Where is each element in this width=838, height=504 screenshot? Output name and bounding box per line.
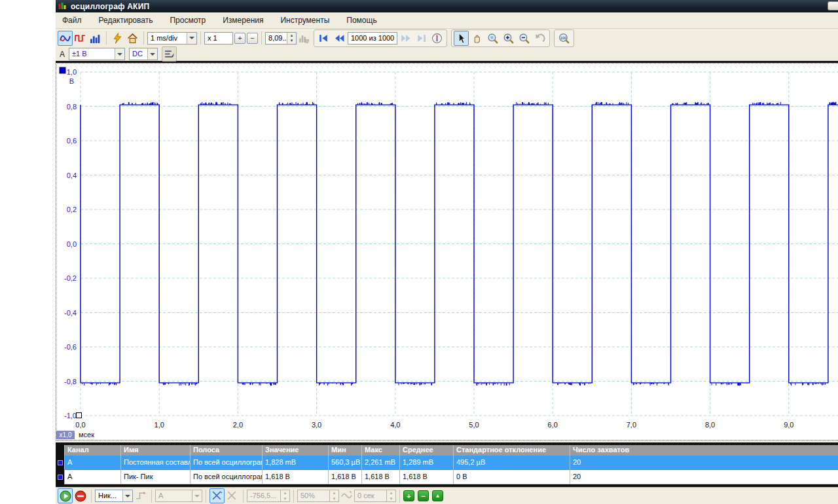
table-cell: По всей осциллограмме [190, 456, 262, 470]
chevron-down-icon[interactable] [122, 490, 132, 501]
zoom-in-button[interactable] [501, 31, 516, 46]
select-tool-button[interactable] [454, 31, 469, 46]
table-header-row: КаналИмяПолосаЗначениеМинМаксСреднееСтан… [56, 445, 838, 456]
chevron-down-icon[interactable] [187, 33, 196, 44]
main-toolbar: 1 ms/div x 1 + − 8,09... ▲▼ [56, 29, 838, 47]
column-header[interactable]: Канал [64, 445, 120, 456]
table-row[interactable]: AПик- ПикПо всей осциллограмме1,618 В1,6… [56, 470, 838, 484]
table-cell: Пик- Пик [120, 470, 190, 484]
window-control-partial[interactable] [828, 1, 838, 10]
svg-text:100: 100 [560, 35, 566, 39]
row-channel-marker [56, 470, 64, 484]
toolbar-separator [200, 31, 201, 45]
auto-setup-button[interactable] [110, 31, 125, 46]
zoom-out-button[interactable] [517, 31, 532, 46]
stop-button[interactable] [73, 488, 88, 503]
y-tick-label: 0,8 [67, 103, 77, 111]
zoom-100-button[interactable]: 100 [556, 31, 572, 46]
channel-range-value: ±1 В [69, 48, 115, 60]
undo-icon [534, 33, 545, 44]
rewind-icon [334, 33, 345, 44]
toolbar-separator [293, 490, 294, 503]
spinner-arrows[interactable]: ▲▼ [287, 33, 296, 44]
title-bar: осциллограф АКИП [56, 0, 838, 12]
play-icon [60, 490, 71, 502]
cursor-measure-button[interactable] [210, 488, 225, 503]
view-spectrum-button[interactable] [88, 31, 103, 46]
toolbar-separator [91, 490, 92, 503]
menu-item-6[interactable]: Помощь [346, 16, 376, 25]
fast-forward-icon [400, 33, 411, 44]
x-axis-unit: мсек [79, 431, 94, 439]
column-header[interactable]: Полоса [190, 445, 262, 456]
channel-options-button[interactable] [162, 46, 177, 62]
vertical-offset-spinner[interactable]: 8,09... ▲▼ [265, 32, 297, 45]
y-axis-unit: B [69, 77, 74, 85]
status-offset-spinner-disabled: -756,5... ▲▼ [247, 490, 290, 502]
channel-bar: A ±1 В DC [56, 47, 838, 61]
channel-a-indicator[interactable] [60, 67, 65, 73]
record-position-field[interactable]: 1000 из 1000 [348, 32, 397, 45]
expand-panel-button[interactable]: ▲ [432, 490, 443, 501]
toolbar-separator [206, 490, 206, 503]
go-first-button[interactable] [316, 31, 331, 46]
column-header[interactable]: Число захватов [570, 445, 838, 456]
scale-decrease-button[interactable]: − [247, 33, 258, 44]
column-header[interactable]: Мин [328, 445, 361, 456]
chevron-down-icon[interactable] [147, 48, 157, 60]
channel-range-combo[interactable]: ±1 В [69, 48, 125, 60]
table-cell: 20 [570, 456, 838, 470]
menu-item-2[interactable]: Редактировать [99, 16, 153, 25]
coupling-combo[interactable]: DC [129, 48, 158, 60]
step-forward-button-disabled [398, 31, 413, 46]
table-cell: 1,618 В [262, 470, 328, 484]
x-tick-label: 4,0 [390, 421, 400, 429]
pan-tool-button[interactable] [469, 31, 484, 46]
zoom-reset-group: 100 [554, 29, 574, 47]
menu-item-3[interactable]: Просмотр [170, 16, 206, 25]
home-view-button[interactable] [125, 31, 140, 46]
timebase-combo[interactable]: 1 ms/div [147, 32, 197, 45]
remove-measurement-button[interactable]: − [418, 490, 429, 501]
y-tick-label: 1,0 [67, 68, 77, 76]
table-row[interactable]: AПостоянная составляющаяПо всей осциллог… [56, 456, 838, 470]
table-cell: 1,618 В [399, 470, 453, 484]
skip-to-end-icon [416, 33, 427, 44]
column-header[interactable]: Макс [361, 445, 399, 456]
toolbar-separator [243, 490, 244, 503]
x-tick-label: 0,0 [75, 421, 85, 429]
column-header[interactable]: Имя [120, 445, 190, 456]
step-signal-icon [135, 490, 146, 501]
chevron-down-icon[interactable] [115, 48, 124, 60]
oscillogram[interactable]: 1,00,80,60,40,20,0-0,2-0,4-0,6-0,8-1,0B0… [56, 63, 838, 441]
scale-increase-button[interactable]: + [234, 33, 246, 44]
axis-origin-handle[interactable] [77, 413, 82, 418]
scale-field[interactable]: x 1 [204, 32, 233, 45]
column-header[interactable]: Среднее [399, 445, 453, 456]
toolbar-separator [151, 490, 152, 503]
zoom-region-button[interactable] [485, 31, 500, 46]
column-header[interactable]: Стандартное отклонение [453, 445, 570, 456]
column-header[interactable]: Значение [262, 445, 328, 456]
spinner-arrows: ▲▼ [280, 490, 289, 501]
generator-mode-combo[interactable]: Ник... [95, 490, 133, 502]
histogram-pick-button-disabled [297, 31, 312, 46]
start-button[interactable] [58, 488, 73, 503]
menu-item-5[interactable]: Инструменты [280, 16, 329, 25]
view-digital-button[interactable] [73, 31, 88, 46]
x-tick-label: 3,0 [312, 421, 321, 429]
timebase-value: 1 ms/div [148, 33, 187, 44]
view-analog-button[interactable] [58, 31, 73, 46]
wave-arrow-icon [341, 490, 352, 501]
add-measurement-button[interactable]: + [403, 490, 414, 501]
step-back-button[interactable] [332, 31, 347, 46]
playback-speed-button[interactable] [429, 31, 445, 46]
oscillogram-svg[interactable]: 1,00,80,60,40,20,0-0,2-0,4-0,6-0,8-1,0B0… [56, 63, 838, 440]
menu-item-4[interactable]: Измерения [223, 16, 263, 25]
histogram-hand-icon [299, 33, 310, 44]
histogram-icon [90, 33, 101, 44]
x-tick-label: 1,0 [155, 421, 164, 429]
x-tick-label: 9,0 [784, 421, 793, 429]
channel-settings-icon [164, 48, 175, 60]
menu-item-1[interactable]: Файл [62, 16, 82, 25]
